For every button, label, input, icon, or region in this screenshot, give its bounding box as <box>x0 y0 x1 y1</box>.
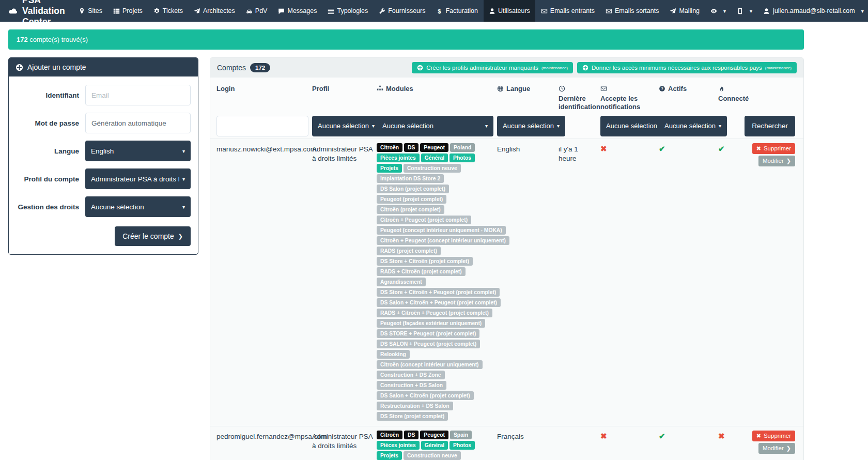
nav-item-pdv[interactable]: PdV <box>240 0 273 22</box>
paper-plane-icon <box>670 8 676 14</box>
profil-compte-label: Profil du compte <box>16 175 85 183</box>
module-badge: RADS + Citroën (projet complet) <box>377 267 466 276</box>
module-badge: Construction + DS Salon <box>377 381 446 390</box>
module-badge: Citroën (projet complet) <box>377 205 444 214</box>
connecte-cell: ✔ <box>718 143 750 153</box>
caret-down-icon: ▾ <box>861 8 864 14</box>
module-badge: Projets <box>377 164 402 173</box>
module-badge: Projets <box>377 451 402 460</box>
module-badge: Construction neuve <box>404 164 461 173</box>
identifiant-label: Identifiant <box>16 91 85 99</box>
nav-item-architectes[interactable]: Architectes <box>188 0 240 22</box>
caret-down-icon: ▾ <box>723 8 726 14</box>
module-badge: DS <box>404 431 419 439</box>
plus-circle-icon <box>16 64 23 71</box>
nav-item-utilisateurs[interactable]: Utilisateurs <box>484 0 536 22</box>
nav-item-projets[interactable]: Projets <box>107 0 148 22</box>
caret-down-icon: ▾ <box>182 176 185 182</box>
module-badge: Construction + DS Zone <box>377 371 445 379</box>
login-cell: pedromiguel.fernandez@mpsa.com <box>216 431 308 441</box>
user-email: julien.arnaud@sib-retail.com <box>773 7 855 14</box>
check-icon: ✔ <box>718 143 725 152</box>
row-actions: ✖SupprimerModifier❯ <box>754 431 795 454</box>
nav-dropdown-phone[interactable]: ▾ <box>732 0 758 22</box>
paper-plane-icon <box>194 8 200 14</box>
profil-compte-select[interactable]: Administrateur PSA à droits limités▾ <box>85 168 191 189</box>
navbar-right: ▾▾julien.arnaud@sib-retail.com▾ <box>705 0 868 22</box>
create-account-button[interactable]: Créer le compte❯ <box>115 226 191 246</box>
car-icon <box>246 8 253 14</box>
navbar-brand[interactable]: PSA Validation Center <box>4 0 73 22</box>
nav-item-emails-sortants[interactable]: Emails sortants <box>600 0 664 22</box>
plus-circle-icon <box>417 65 423 71</box>
search-button[interactable]: Rechercher <box>745 116 795 136</box>
edit-account-button[interactable]: Modifier❯ <box>758 156 795 166</box>
caret-down-icon: ▾ <box>182 204 185 210</box>
password-input[interactable] <box>85 113 191 133</box>
nav-item-emails-entrants[interactable]: Emails entrants <box>535 0 600 22</box>
nav-dropdown-julien-arnaud-sib-retail-com[interactable]: julien.arnaud@sib-retail.com▾ <box>758 0 868 22</box>
add-account-title: Ajouter un compte <box>27 63 86 71</box>
chevron-right-icon: ❯ <box>786 445 791 452</box>
create-missing-admin-profiles-button[interactable]: Créer les profils administrateur manquan… <box>412 62 573 73</box>
module-badge: Agrandissement <box>377 278 426 286</box>
map-marker-icon <box>79 8 85 14</box>
table-filter-row: Aucune sélection▾Aucune sélection▾Aucune… <box>216 116 797 139</box>
x-icon: ✖ <box>600 431 607 440</box>
login-filter-input[interactable] <box>216 116 308 136</box>
nav-item-typologies[interactable]: Typologies <box>322 0 374 22</box>
svg-text:?: ? <box>661 86 663 91</box>
globe-icon <box>497 85 504 92</box>
add-account-body: Identifiant Mot de passe Langue English▾… <box>9 76 198 254</box>
nav-item-messages[interactable]: Messages <box>273 0 322 22</box>
nav-item-sites[interactable]: Sites <box>73 0 108 22</box>
account-row: mariusz.nowicki@ext.mpsa.comAdministrate… <box>210 139 803 426</box>
profil-filter-select[interactable]: Aucune sélection▾ <box>312 116 380 136</box>
module-badge: DS STORE + Peugeot (projet complet) <box>377 329 479 338</box>
edit-account-button[interactable]: Modifier❯ <box>758 443 795 454</box>
nav-item-fournisseurs[interactable]: Fournisseurs <box>374 0 431 22</box>
derniere-identification-cell: il y'a 1 heure <box>559 143 597 163</box>
module-badge: DS Store + Citroën + Peugeot (projet com… <box>377 288 500 297</box>
identifiant-input[interactable] <box>85 85 191 105</box>
actifs-filter-select[interactable]: Aucune sélection▾ <box>659 116 727 136</box>
connecte-cell: ✖ <box>718 431 750 440</box>
module-badge: Peugeot (projet complet) <box>377 195 446 204</box>
module-badge: DS SALON + Peugeot (projet complet) <box>377 340 480 348</box>
module-badge: Implantation DS Store 2 <box>377 174 444 183</box>
main-content: Ajouter un compte Identifiant Mot de pas… <box>8 57 804 460</box>
accounts-panel: Comptes 172 Créer les profils administra… <box>210 57 804 460</box>
wrench-icon <box>379 8 385 14</box>
delete-account-button[interactable]: ✖Supprimer <box>752 431 795 441</box>
alert-count: 172 <box>17 36 28 43</box>
langue-select[interactable]: English▾ <box>85 141 191 161</box>
module-badge: Peugeot (façades extérieur uniquement) <box>377 319 485 328</box>
accounts-table: LoginProfilModulesLangueDernière identif… <box>210 78 803 460</box>
column-header-accepte-notifications: Accepte les notifications <box>600 85 655 116</box>
column-header-langue: Langue <box>497 85 555 97</box>
langue-cell: Français <box>497 431 555 441</box>
modules-cell: CitroënDSPeugeotSpainPièces jointesGénér… <box>377 431 493 460</box>
actifs-cell: ✔ <box>659 143 715 153</box>
nav-item-facturation[interactable]: $Facturation <box>431 0 484 22</box>
column-header-login: Login <box>216 85 308 97</box>
grant-minimum-access-country-managers-button[interactable]: Donner les accès minimums nécessaires au… <box>577 62 797 73</box>
module-badge: Citroën <box>377 431 402 439</box>
envelope-icon <box>541 8 548 14</box>
delete-account-button[interactable]: ✖Supprimer <box>752 143 795 154</box>
module-badge: Spain <box>450 431 472 439</box>
nav-dropdown-eye[interactable]: ▾ <box>705 0 732 22</box>
nav-item-tickets[interactable]: Tickets <box>148 0 188 22</box>
langue-filter-select[interactable]: Aucune sélection▾ <box>497 116 565 136</box>
column-header-actions <box>754 85 795 89</box>
module-badge: Pièces jointes <box>377 441 420 450</box>
gestion-droits-select[interactable]: Aucune sélection▾ <box>85 196 191 217</box>
phone-icon <box>737 8 743 14</box>
profil-cell: Administrateur PSA à droits limités <box>312 431 373 451</box>
module-badge: Relooking <box>377 350 410 359</box>
module-badge: Photos <box>450 441 475 450</box>
modules-filter-select[interactable]: Aucune sélection▾ <box>377 116 493 136</box>
nav-item-mailing[interactable]: Mailing <box>664 0 705 22</box>
x-icon: ✖ <box>718 431 725 440</box>
user-icon <box>763 8 770 14</box>
